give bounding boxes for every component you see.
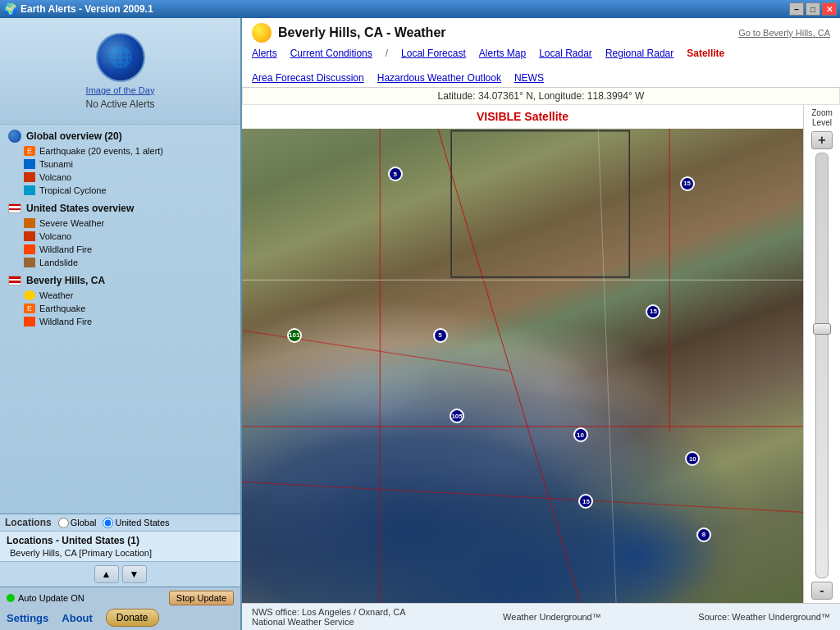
nav-alerts[interactable]: Alerts — [252, 48, 277, 59]
global-overview-header[interactable]: Global overview (20) — [0, 128, 240, 144]
locations-list: Locations - United States (1) Beverly Hi… — [0, 532, 240, 561]
zoom-minus-button[interactable]: - — [811, 582, 833, 600]
highway-15-north: 15 — [680, 176, 695, 191]
zoom-panel: ZoomLevel + - — [803, 105, 840, 603]
bh-weather-label: Weather — [39, 290, 73, 300]
sidebar-item-tropical-cyclone[interactable]: Tropical Cyclone — [0, 184, 240, 197]
nav-tabs: Alerts Current Conditions / Local Foreca… — [252, 48, 830, 84]
goto-link[interactable]: Go to Beverly Hills, CA — [738, 28, 830, 38]
bh-location-icon — [7, 274, 23, 287]
auto-update-text: Auto Update ON — [18, 593, 84, 603]
auto-update-indicator — [7, 594, 15, 602]
earthquake-label: Earthquake (20 events, 1 alert) — [39, 146, 163, 156]
close-button[interactable]: ✕ — [822, 2, 837, 16]
sidebar-item-volcano-us[interactable]: Volcano — [0, 230, 240, 243]
nav-news[interactable]: NEWS — [514, 72, 544, 84]
satellite-map[interactable]: 5 5 15 15 101 10 10 105 15 8 — [242, 129, 803, 603]
locations-title: Locations - United States (1) — [7, 535, 234, 546]
source-name: Weather Underground™ — [732, 612, 830, 622]
zoom-label: ZoomLevel — [811, 108, 833, 128]
nav-regional-radar[interactable]: Regional Radar — [605, 48, 673, 59]
volcano-us-icon — [23, 231, 36, 242]
sidebar-item-bh-fire[interactable]: Wildland Fire — [0, 315, 240, 328]
image-of-day-link[interactable]: Image of the Day — [86, 85, 155, 95]
globe-tree-icon — [7, 130, 23, 143]
severe-icon — [23, 217, 36, 229]
locations-tab[interactable]: Locations — [5, 517, 52, 528]
bh-earthquake-label: Earthquake — [39, 304, 85, 313]
nav-local-radar[interactable]: Local Radar — [539, 48, 592, 59]
locations-item[interactable]: Beverly Hills, CA [Primary Location] — [7, 548, 234, 558]
source-label: Source: — [698, 612, 729, 622]
severe-label: Severe Weather — [39, 218, 104, 228]
maximize-button[interactable]: □ — [806, 2, 820, 16]
scroll-controls: ▲ ▼ — [0, 561, 240, 587]
location-title-row: Beverly Hills, CA - Weather Go to Beverl… — [252, 23, 830, 43]
radio-us-label: United States — [115, 518, 169, 527]
us-overview-header[interactable]: United States overview — [0, 200, 240, 217]
fire-label: Wildland Fire — [39, 244, 92, 254]
nav-local-forecast[interactable]: Local Forecast — [401, 48, 466, 59]
location-radio-group: Global United States — [58, 518, 170, 528]
nav-current-conditions[interactable]: Current Conditions — [290, 48, 372, 59]
content-header: Beverly Hills, CA - Weather Go to Beverl… — [242, 18, 840, 88]
radio-global-label: Global — [71, 518, 97, 527]
stop-update-button[interactable]: Stop Update — [169, 591, 234, 605]
sidebar-item-tsunami[interactable]: Tsunami — [0, 158, 240, 171]
landslide-icon — [23, 257, 36, 268]
scroll-up-button[interactable]: ▲ — [94, 565, 119, 583]
sidebar-tree: Global overview (20) E Earthquake (20 ev… — [0, 125, 240, 514]
sidebar-item-volcano[interactable]: Volcano — [0, 171, 240, 184]
minimize-button[interactable]: – — [789, 2, 804, 16]
nws-info: NWS office: Los Angeles / Oxnard, CA Nat… — [252, 607, 406, 627]
highway-5-south: 5 — [433, 328, 448, 343]
nav-area-forecast[interactable]: Area Forecast Discussion — [252, 72, 364, 84]
volcano-label: Volcano — [39, 172, 71, 182]
highway-10-west: 10 — [573, 427, 588, 442]
sidebar-item-earthquake[interactable]: E Earthquake (20 events, 1 alert) — [0, 144, 240, 158]
scroll-down-button[interactable]: ▼ — [122, 565, 147, 583]
earthquake-icon: E — [23, 145, 36, 157]
radio-global-input[interactable] — [58, 518, 69, 528]
volcano-icon — [23, 171, 36, 183]
tropical-icon — [23, 185, 36, 196]
nav-hazardous[interactable]: Hazardous Weather Outlook — [377, 72, 501, 84]
eq-icon: E — [23, 303, 36, 314]
sidebar-item-bh-weather[interactable]: Weather — [0, 289, 240, 302]
about-link[interactable]: About — [62, 612, 93, 624]
map-container: VISIBLE Satellite — [242, 105, 840, 603]
zoom-slider-thumb[interactable] — [813, 323, 831, 335]
highway-105: 105 — [450, 409, 464, 423]
nws-office: NWS office: Los Angeles / Oxnard, CA — [252, 607, 406, 617]
auto-update-label: Auto Update ON — [7, 593, 84, 603]
nav-satellite[interactable]: Satellite — [687, 48, 724, 59]
sidebar-footer: Auto Update ON Stop Update Settings Abou… — [0, 587, 240, 630]
no-active-alerts-label: No Active Alerts — [85, 98, 154, 110]
window-controls[interactable]: – □ ✕ — [789, 2, 837, 16]
radio-us[interactable]: United States — [103, 518, 169, 528]
sidebar-item-wildland-fire[interactable]: Wildland Fire — [0, 243, 240, 256]
content-area: Beverly Hills, CA - Weather Go to Beverl… — [242, 18, 840, 630]
settings-link[interactable]: Settings — [7, 612, 48, 624]
sidebar-item-landslide[interactable]: Landslide — [0, 256, 240, 269]
radio-global[interactable]: Global — [58, 518, 97, 528]
sidebar-item-bh-earthquake[interactable]: E Earthquake — [0, 302, 240, 315]
weather-icon — [23, 290, 36, 301]
content-footer: NWS office: Los Angeles / Oxnard, CA Nat… — [242, 603, 840, 630]
nav-alerts-map[interactable]: Alerts Map — [479, 48, 526, 59]
map-image — [242, 129, 803, 603]
landslide-label: Landslide — [39, 258, 78, 267]
source-info: Source: Weather Underground™ — [698, 612, 830, 622]
weather-underground: Weather Underground™ — [503, 612, 601, 622]
beverly-hills-header[interactable]: Beverly Hills, CA — [0, 272, 240, 289]
bh-fire-icon — [23, 316, 36, 327]
radio-us-input[interactable] — [103, 518, 113, 528]
nws-service: National Weather Service — [252, 617, 406, 627]
donate-button[interactable]: Donate — [106, 609, 159, 627]
zoom-slider-track[interactable] — [815, 153, 829, 578]
auto-update-row: Auto Update ON Stop Update — [7, 591, 234, 605]
location-name: Beverly Hills, CA - Weather — [278, 25, 446, 40]
zoom-plus-button[interactable]: + — [811, 131, 833, 149]
sidebar-item-severe-weather[interactable]: Severe Weather — [0, 217, 240, 230]
bh-label: Beverly Hills, CA — [26, 275, 105, 286]
